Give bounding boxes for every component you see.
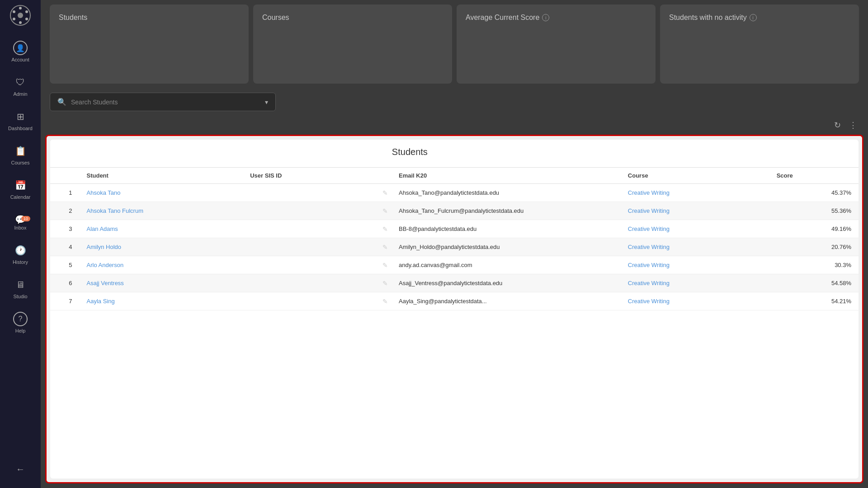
row-number: 2	[50, 202, 80, 220]
sidebar-item-history[interactable]: 🕐 History	[2, 240, 38, 267]
table-row: 3Alan Adams✎BB-8@pandalytictestdata.eduC…	[50, 220, 859, 238]
course-cell: Creative Writing	[621, 220, 769, 238]
course-link[interactable]: Creative Writing	[628, 280, 670, 286]
sidebar-item-admin[interactable]: 🛡 Admin	[2, 72, 38, 99]
course-cell: Creative Writing	[621, 202, 769, 220]
student-name-link[interactable]: Asajj Ventress	[87, 280, 124, 286]
score-cell: 55.36%	[769, 202, 859, 220]
stat-card-no-activity: Students with no activity i	[660, 5, 859, 84]
students-table-wrapper: Students Student User SIS ID Email K20 C…	[50, 140, 859, 479]
student-name-cell: Alan Adams	[80, 220, 243, 238]
sidebar-item-account[interactable]: 👤 Account	[2, 38, 38, 65]
student-name-link[interactable]: Amilyn Holdo	[87, 244, 122, 250]
course-link[interactable]: Creative Writing	[628, 189, 670, 196]
course-cell: Creative Writing	[621, 184, 769, 202]
sidebar-item-dashboard-label: Dashboard	[8, 126, 33, 131]
collapse-sidebar-button[interactable]: ←	[16, 464, 25, 474]
score-cell: 20.76%	[769, 238, 859, 256]
svg-point-2	[19, 7, 22, 9]
course-cell: Creative Writing	[621, 256, 769, 274]
more-options-button[interactable]: ⋮	[847, 118, 859, 132]
sidebar-item-studio-label: Studio	[13, 294, 27, 299]
table-toolbar: ↻ ⋮	[41, 116, 868, 135]
course-link[interactable]: Creative Writing	[628, 207, 670, 214]
sidebar-item-dashboard[interactable]: ⊞ Dashboard	[2, 107, 38, 134]
student-name-link[interactable]: Aayla Sing	[87, 298, 115, 305]
avg-score-info-icon[interactable]: i	[542, 14, 549, 21]
row-number: 4	[50, 238, 80, 256]
sidebar-item-calendar[interactable]: 📅 Calendar	[2, 175, 38, 202]
sidebar-item-account-label: Account	[11, 57, 29, 62]
calendar-icon: 📅	[13, 178, 28, 192]
course-cell: Creative Writing	[621, 292, 769, 310]
student-name-link[interactable]: Arlo Anderson	[87, 262, 124, 268]
stat-card-avg-score: Average Current Score i	[457, 5, 656, 84]
row-number: 1	[50, 184, 80, 202]
sidebar-item-inbox-label: Inbox	[14, 225, 27, 230]
sis-id-cell: ✎	[243, 184, 392, 202]
sidebar: 👤 Account 🛡 Admin ⊞ Dashboard 📋 Courses …	[0, 0, 41, 488]
sidebar-item-courses[interactable]: 📋 Courses	[2, 141, 38, 168]
edit-sis-icon[interactable]: ✎	[382, 225, 388, 233]
search-chevron-icon: ▾	[265, 99, 268, 106]
row-number: 3	[50, 220, 80, 238]
stat-card-students-title: Students	[59, 14, 240, 22]
sidebar-item-courses-label: Courses	[11, 160, 30, 165]
svg-point-1	[18, 13, 23, 18]
course-link[interactable]: Creative Writing	[628, 225, 670, 232]
sis-id-cell: ✎	[243, 274, 392, 292]
edit-sis-icon[interactable]: ✎	[382, 189, 388, 197]
svg-point-4	[25, 18, 28, 20]
edit-sis-icon[interactable]: ✎	[382, 207, 388, 215]
score-cell: 49.16%	[769, 220, 859, 238]
refresh-button[interactable]: ↻	[832, 118, 843, 132]
email-cell: BB-8@pandalytictestdata.edu	[392, 220, 621, 238]
email-cell: Asajj_Ventress@pandalytictestdata.edu	[392, 274, 621, 292]
students-table: Students Student User SIS ID Email K20 C…	[50, 140, 859, 310]
sidebar-item-inbox[interactable]: 💬 10 Inbox	[2, 210, 38, 233]
col-header-sis: User SIS ID	[243, 168, 392, 184]
edit-sis-icon[interactable]: ✎	[382, 262, 388, 269]
table-title: Students	[57, 140, 762, 163]
row-number: 6	[50, 274, 80, 292]
account-icon: 👤	[13, 41, 28, 55]
app-logo	[9, 5, 31, 26]
course-link[interactable]: Creative Writing	[628, 298, 670, 305]
score-cell: 30.3%	[769, 256, 859, 274]
help-icon: ?	[13, 312, 28, 326]
col-header-score: Score	[769, 168, 859, 184]
sis-id-cell: ✎	[243, 220, 392, 238]
table-row: 1Ahsoka Tano✎Ahsoka_Tano@pandalytictestd…	[50, 184, 859, 202]
email-cell: Amilyn_Holdo@pandalytictestdata.edu	[392, 238, 621, 256]
search-students-bar[interactable]: 🔍 Search Students ▾	[50, 93, 276, 111]
stat-card-courses-title: Courses	[262, 14, 443, 22]
main-content: Students Courses Average Current Score i…	[41, 0, 868, 488]
student-name-cell: Ahsoka Tano Fulcrum	[80, 202, 243, 220]
edit-sis-icon[interactable]: ✎	[382, 244, 388, 251]
student-name-link[interactable]: Alan Adams	[87, 225, 118, 232]
table-row: 5Arlo Anderson✎andy.ad.canvas@gmail.comC…	[50, 256, 859, 274]
sis-id-cell: ✎	[243, 292, 392, 310]
edit-sis-icon[interactable]: ✎	[382, 298, 388, 305]
sidebar-item-help-label: Help	[15, 328, 26, 333]
email-cell: Ahsoka_Tano_Fulcrum@pandalytictestdata.e…	[392, 202, 621, 220]
sidebar-item-studio[interactable]: 🖥 Studio	[2, 275, 38, 302]
courses-icon: 📋	[13, 144, 28, 158]
admin-icon: 🛡	[13, 75, 28, 89]
svg-point-3	[25, 10, 28, 13]
sidebar-item-history-label: History	[13, 259, 28, 265]
student-name-link[interactable]: Ahsoka Tano	[87, 189, 121, 196]
stat-card-no-activity-title: Students with no activity i	[669, 14, 850, 22]
edit-sis-icon[interactable]: ✎	[382, 280, 388, 287]
sidebar-item-help[interactable]: ? Help	[2, 309, 38, 336]
highlighted-panel: Students Student User SIS ID Email K20 C…	[45, 135, 863, 483]
score-cell: 54.58%	[769, 274, 859, 292]
no-activity-info-icon[interactable]: i	[750, 14, 757, 21]
svg-point-6	[13, 18, 15, 20]
dashboard-icon: ⊞	[13, 109, 28, 124]
score-cell: 54.21%	[769, 292, 859, 310]
course-link[interactable]: Creative Writing	[628, 262, 670, 268]
student-name-link[interactable]: Ahsoka Tano Fulcrum	[87, 207, 144, 214]
stat-card-avg-score-title: Average Current Score i	[466, 14, 646, 22]
course-link[interactable]: Creative Writing	[628, 244, 670, 250]
